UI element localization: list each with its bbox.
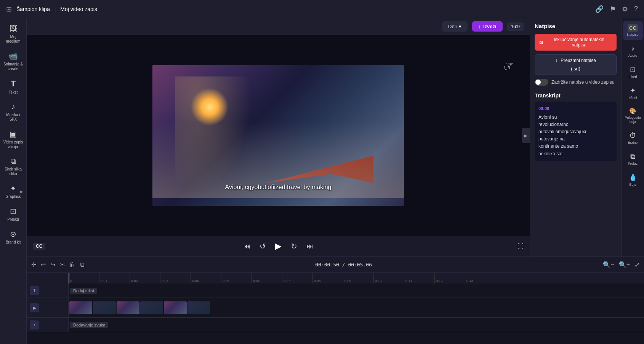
skip-back-button[interactable]: ⏮ xyxy=(244,242,250,250)
video-clip-2[interactable] xyxy=(93,301,116,314)
aspect-ratio-button[interactable]: 16:9 xyxy=(507,22,524,31)
grid-icon[interactable]: ⊞ xyxy=(6,5,12,13)
panel-title: Natpise xyxy=(535,23,617,29)
far-right-item-transition[interactable]: ⧉ Prelaz xyxy=(623,150,643,169)
sidebar-item-text[interactable]: T Tekst xyxy=(2,76,25,98)
sidebar-label-text: Tekst xyxy=(9,90,18,95)
transcript-title: Transkript xyxy=(535,92,617,99)
video-toolbar: Deli ▾ ↑ Izvezi 16:9 xyxy=(27,18,530,35)
far-right-item-color2[interactable]: 💧 Boja xyxy=(623,170,643,190)
center-area: Deli ▾ ↑ Izvezi 16:9 xyxy=(27,18,644,344)
sidebar-item-music[interactable]: ♪ Muzika i SFX xyxy=(2,99,25,125)
video-clips xyxy=(69,298,644,317)
transition-label: Prelaz xyxy=(628,162,638,166)
disable-icon: ⊠ xyxy=(539,40,543,45)
sidebar-item-video-action[interactable]: ▣ Video zapis akcija xyxy=(2,126,25,152)
color-adjust-icon: 🎨 xyxy=(629,108,636,115)
flag-icon-btn[interactable]: ⚑ xyxy=(610,5,616,13)
captions-icon: CC xyxy=(628,24,638,32)
sidebar-item-record[interactable]: 📹 Snimanje &create xyxy=(2,48,25,74)
track-row-video: ▶ xyxy=(27,298,644,318)
far-right-item-captions[interactable]: CC Natpise xyxy=(623,21,643,40)
sidebar-label-music: Muzika i SFX xyxy=(3,113,23,122)
sidebar-label-transitions: Prelazi xyxy=(7,217,19,222)
share-icon-btn[interactable]: 🔗 xyxy=(595,5,604,13)
sidebar-item-graphics[interactable]: ✦ Graphics ▶ xyxy=(2,181,25,202)
toggle-row: Zadržite natpise u video zapisu xyxy=(535,79,617,86)
video-clip-4[interactable] xyxy=(140,301,163,314)
track-label-audio: ♪ xyxy=(27,318,69,332)
ruler-mark-5: 0:05 xyxy=(221,273,252,283)
graphics-arrow-icon: ▶ xyxy=(20,190,23,194)
help-icon-btn[interactable]: ? xyxy=(634,5,638,13)
captions-label: Natpise xyxy=(627,33,639,37)
share-dropdown-icon: ▾ xyxy=(459,24,461,29)
ruler-mark-10: 0:10 xyxy=(373,273,404,283)
duplicate-button[interactable]: ⧉ xyxy=(80,261,84,268)
fullscreen-button[interactable]: ⛶ xyxy=(517,243,524,250)
cc-button[interactable]: CC xyxy=(33,243,45,250)
current-time: 00:00.50 xyxy=(315,262,339,268)
disable-auto-captions-button[interactable]: ⊠ Isključivanje automatskih natpisa xyxy=(535,34,617,51)
speed-label: Brzine xyxy=(628,141,638,145)
zoom-in-button[interactable]: 🔍+ xyxy=(619,261,630,268)
video-panel-row: Deli ▾ ↑ Izvezi 16:9 xyxy=(27,18,644,256)
zoom-out-button[interactable]: 🔍− xyxy=(603,261,614,268)
video-clip-1[interactable] xyxy=(69,301,92,314)
video-track-icon-bg: ▶ xyxy=(30,303,39,312)
settings-icon-btn[interactable]: ⚙ xyxy=(622,5,628,13)
video-clip-6[interactable] xyxy=(187,301,210,314)
project-title[interactable]: Moj video zapis xyxy=(60,6,97,12)
sidebar-item-slideshow[interactable]: ⧉ Skok slikaslika xyxy=(2,154,25,179)
sidebar-label-media: Moj medijum xyxy=(3,35,23,44)
download-srt-button[interactable]: ↓ Preuzmni natpise (.srt) xyxy=(535,54,617,75)
export-button[interactable]: ↑ Izvezi xyxy=(472,21,502,32)
video-clip-5[interactable] xyxy=(164,301,187,314)
timeline-time-display: 00:00.50 / 00:05.06 xyxy=(315,262,372,268)
media-icon: 🖼 xyxy=(10,24,17,33)
skip-forward-button[interactable]: ⏭ xyxy=(306,242,313,250)
far-right-bar: CC Natpise ♪ Audio ⊡ Filteri ✦ Efekti 🎨 xyxy=(621,18,644,256)
far-right-item-filters[interactable]: ⊡ Filteri xyxy=(623,62,643,82)
ruler-mark-4: 0:04 xyxy=(191,273,221,283)
embed-captions-toggle[interactable] xyxy=(535,79,548,86)
download-icon: ↓ xyxy=(555,58,557,63)
sidebar-item-brand[interactable]: ⊛ Brand kit xyxy=(2,226,25,248)
sidebar-item-transitions[interactable]: ⊡ Prelazi xyxy=(2,204,25,225)
video-clip-3[interactable] xyxy=(117,301,139,314)
ruler-mark-1: 0:01 xyxy=(99,273,130,283)
panel-expand-button[interactable]: ▶ xyxy=(522,128,530,143)
far-right-item-speed[interactable]: ⏱ Brzine xyxy=(623,129,643,148)
rewind-button[interactable]: ↺ xyxy=(260,242,266,251)
topbar-actions: 🔗 ⚑ ⚙ ? xyxy=(595,5,638,13)
forward-button[interactable]: ↻ xyxy=(291,242,297,251)
sidebar-item-media[interactable]: 🖼 Moj medijum xyxy=(2,21,25,47)
filters-icon: ⊡ xyxy=(630,65,636,74)
undo-button[interactable]: ↩ xyxy=(41,261,46,268)
far-right-item-color-adjust[interactable]: 🎨 Prilagodite boja xyxy=(623,105,643,127)
video-controls: CC ⏮ ↺ ▶ ↻ ⏭ ⛶ xyxy=(27,236,530,256)
sidebar-label-slideshow: Skok slikaslika xyxy=(5,167,22,176)
video-track-content[interactable] xyxy=(69,298,644,317)
sidebar-label-record: Snimanje &create xyxy=(3,62,23,71)
cursor-tool-button[interactable]: ✛ xyxy=(31,261,36,268)
ruler-mark-0: 0 xyxy=(69,273,99,283)
audio-track-content[interactable]: Dodavanje zvuka xyxy=(69,318,644,332)
sidebar-label-graphics: Graphics xyxy=(5,194,21,199)
cut-button[interactable]: ✂ xyxy=(60,261,65,268)
video-subtitle: Avioni, cgyobutiofiized travel by making xyxy=(225,184,332,191)
delete-button[interactable]: 🗑 xyxy=(69,261,75,268)
text-track-content[interactable]: Dodaj tekst xyxy=(69,283,644,298)
ruler-mark-2: 0:02 xyxy=(130,273,160,283)
far-right-item-audio[interactable]: ♪ Audio xyxy=(623,41,643,61)
play-button[interactable]: ▶ xyxy=(275,241,282,251)
ruler-mark-8: 0:08 xyxy=(312,273,343,283)
playhead[interactable] xyxy=(69,273,69,283)
far-right-item-effects[interactable]: ✦ Efekti xyxy=(623,83,643,103)
fit-button[interactable]: ⤢ xyxy=(634,261,639,268)
video-track-icon: ▶ xyxy=(33,305,36,311)
title-separator: | xyxy=(54,6,56,12)
track-label-video: ▶ xyxy=(27,298,69,317)
share-button[interactable]: Deli ▾ xyxy=(442,21,468,32)
redo-button[interactable]: ↪ xyxy=(50,261,55,268)
